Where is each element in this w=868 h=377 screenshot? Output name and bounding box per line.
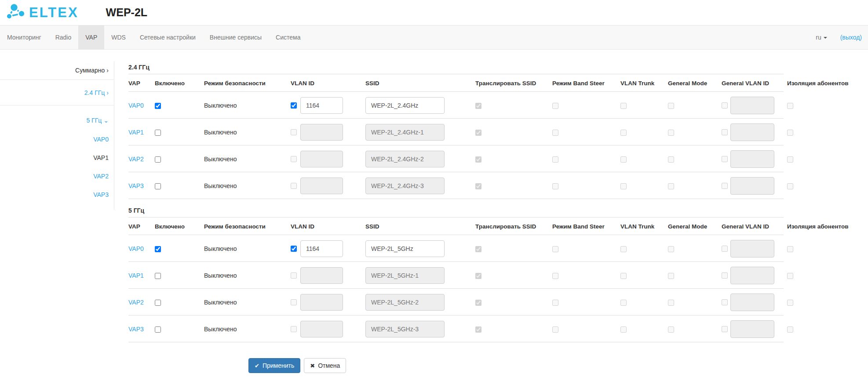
column-header: Изоляция абонентов bbox=[783, 80, 853, 87]
sidebar-item-label: VAP2 bbox=[93, 173, 109, 180]
ssid-input bbox=[365, 178, 445, 194]
vlan-id-checkbox[interactable] bbox=[291, 246, 297, 252]
logout-link[interactable]: (выход) bbox=[840, 34, 862, 41]
enabled-checkbox[interactable] bbox=[155, 183, 161, 189]
enabled-checkbox[interactable] bbox=[155, 273, 161, 279]
column-header: Режим Band Steer bbox=[552, 223, 620, 230]
general-mode-checkbox bbox=[668, 183, 674, 189]
column-header: VLAN ID bbox=[291, 223, 365, 230]
sidebar-item-5-ghz[interactable]: 5 ГГц⌄ bbox=[0, 105, 114, 130]
eltex-logo: ELTEX bbox=[5, 3, 79, 22]
ssid-input bbox=[365, 321, 445, 337]
ssid-input bbox=[365, 151, 445, 167]
sidebar-item-vap3[interactable]: VAP3 bbox=[0, 185, 114, 204]
vlan-id-input bbox=[300, 178, 343, 194]
vap-link[interactable]: VAP2 bbox=[128, 156, 144, 163]
apply-button[interactable]: ✔ Применить bbox=[248, 358, 300, 373]
vlan-id-checkbox bbox=[291, 326, 297, 332]
security-mode-value: Выключено bbox=[204, 245, 291, 252]
column-header: Транслировать SSID bbox=[475, 80, 552, 87]
ssid-input bbox=[365, 294, 445, 311]
general-vlan-input bbox=[730, 177, 774, 195]
general-mode-checkbox bbox=[668, 130, 674, 136]
tab-wds[interactable]: WDS bbox=[104, 25, 133, 49]
general-mode-checkbox bbox=[668, 156, 674, 163]
vap-link[interactable]: VAP2 bbox=[128, 299, 144, 306]
chevron-down-icon bbox=[824, 37, 827, 39]
security-mode-value: Выключено bbox=[204, 326, 291, 333]
vlan-id-checkbox bbox=[291, 156, 297, 162]
sidebar-item-2-4-ghz[interactable]: 2.4 ГГц› bbox=[0, 80, 114, 105]
sidebar-item-vap2[interactable]: VAP2 bbox=[0, 167, 114, 185]
vap-link[interactable]: VAP3 bbox=[128, 326, 144, 333]
band-steer-checkbox bbox=[552, 103, 558, 109]
general-mode-checkbox bbox=[668, 273, 674, 279]
tab-vap[interactable]: VAP bbox=[78, 25, 104, 49]
table-header-row: VAPВключеноРежим безопасностиVLAN IDSSID… bbox=[128, 74, 868, 92]
sidebar-item-label: VAP0 bbox=[93, 136, 109, 143]
vlan-id-checkbox[interactable] bbox=[291, 102, 297, 109]
table-row: VAP3 Выключено bbox=[128, 315, 868, 342]
vlan-trunk-checkbox bbox=[620, 326, 627, 333]
sidebar-item-label: Суммарно bbox=[75, 67, 105, 74]
enabled-checkbox[interactable] bbox=[155, 326, 161, 333]
general-vlan-checkbox bbox=[722, 102, 728, 109]
column-header: VAP bbox=[128, 80, 155, 87]
column-header: Режим безопасности bbox=[204, 80, 291, 87]
sidebar-item-vap0[interactable]: VAP0 bbox=[0, 130, 114, 149]
top-bar: ELTEX WEP-2L bbox=[0, 0, 868, 25]
vap-link[interactable]: VAP0 bbox=[128, 102, 144, 109]
sidebar: Суммарно›2.4 ГГц›5 ГГц⌄VAP0VAP1VAP2VAP3 bbox=[0, 50, 114, 210]
vlan-id-checkbox bbox=[291, 183, 297, 189]
table-row: VAP2 Выключено bbox=[128, 289, 868, 315]
broadcast-ssid-checkbox bbox=[475, 300, 481, 306]
general-vlan-input bbox=[730, 97, 774, 114]
vlan-id-checkbox bbox=[291, 299, 297, 305]
cancel-button[interactable]: ✖ Отмена bbox=[304, 358, 346, 373]
table-row: VAP1 Выключено bbox=[128, 119, 868, 145]
tab-system[interactable]: Система bbox=[269, 25, 307, 49]
band-steer-checkbox bbox=[552, 273, 558, 279]
general-vlan-checkbox bbox=[722, 246, 728, 252]
language-dropdown[interactable]: ru bbox=[816, 34, 827, 41]
vlan-id-input bbox=[300, 151, 343, 167]
vlan-trunk-checkbox bbox=[620, 103, 627, 109]
column-header: VLAN ID bbox=[291, 80, 365, 87]
vap-link[interactable]: VAP1 bbox=[128, 272, 144, 279]
security-mode-value: Выключено bbox=[204, 299, 291, 306]
general-vlan-input bbox=[730, 123, 774, 141]
main-nav: МониторингRadioVAPWDSСетевые настройкиВн… bbox=[0, 25, 868, 50]
isolation-checkbox bbox=[787, 183, 793, 189]
column-header: VAP bbox=[128, 223, 155, 230]
main-content: 2.4 ГГц VAPВключеноРежим безопасностиVLA… bbox=[114, 50, 868, 373]
enabled-checkbox[interactable] bbox=[155, 300, 161, 306]
sidebar-item-summary[interactable]: Суммарно› bbox=[0, 61, 114, 80]
vap-link[interactable]: VAP0 bbox=[128, 245, 144, 252]
vlan-id-input[interactable] bbox=[300, 97, 343, 114]
enabled-checkbox[interactable] bbox=[155, 156, 161, 163]
general-mode-checkbox bbox=[668, 326, 674, 333]
vlan-id-input[interactable] bbox=[300, 240, 343, 257]
ssid-input[interactable] bbox=[365, 240, 445, 257]
tab-network-settings[interactable]: Сетевые настройки bbox=[133, 25, 203, 49]
column-header: Включено bbox=[155, 80, 204, 87]
enabled-checkbox[interactable] bbox=[155, 130, 161, 136]
ssid-input[interactable] bbox=[365, 97, 445, 114]
section-title: 5 ГГц bbox=[128, 207, 868, 218]
enabled-checkbox[interactable] bbox=[155, 246, 161, 252]
tab-external-services[interactable]: Внешние сервисы bbox=[203, 25, 269, 49]
table-row: VAP3 Выключено bbox=[128, 172, 868, 199]
vlan-trunk-checkbox bbox=[620, 273, 627, 279]
tab-monitoring[interactable]: Мониторинг bbox=[0, 25, 48, 49]
vap-link[interactable]: VAP1 bbox=[128, 129, 144, 136]
enabled-checkbox[interactable] bbox=[155, 103, 161, 109]
security-mode-value: Выключено bbox=[204, 102, 291, 109]
sidebar-item-vap1[interactable]: VAP1 bbox=[0, 149, 114, 167]
band-steer-checkbox bbox=[552, 326, 558, 333]
vlan-trunk-checkbox bbox=[620, 300, 627, 306]
vap-link[interactable]: VAP3 bbox=[128, 182, 144, 189]
column-header: General VLAN ID bbox=[722, 223, 783, 230]
tab-radio[interactable]: Radio bbox=[48, 25, 79, 49]
band-section: 5 ГГц VAPВключеноРежим безопасностиVLAN … bbox=[128, 207, 868, 342]
general-vlan-checkbox bbox=[722, 299, 728, 305]
